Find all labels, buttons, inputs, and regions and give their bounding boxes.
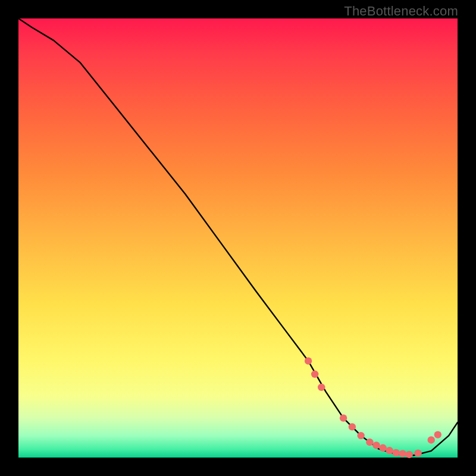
marker-dot	[392, 449, 399, 456]
marker-dot	[366, 439, 373, 446]
marker-dot	[386, 447, 393, 454]
curve-layer	[18, 18, 458, 458]
marker-dot	[434, 431, 441, 438]
stage: TheBottleneck.com	[0, 0, 476, 476]
marker-dot	[406, 451, 413, 458]
marker-dot	[311, 371, 318, 378]
marker-dot	[340, 414, 347, 421]
marker-dot	[379, 444, 386, 452]
marker-dot	[372, 441, 380, 449]
marker-dot	[399, 450, 406, 457]
marker-dots	[305, 357, 441, 458]
marker-dot	[414, 449, 421, 456]
marker-dot	[428, 436, 435, 443]
marker-dot	[318, 384, 325, 391]
plot-area	[18, 18, 458, 458]
marker-dot	[305, 357, 312, 364]
bottleneck-curve	[18, 18, 458, 455]
attribution-text: TheBottleneck.com	[344, 4, 458, 19]
marker-dot	[349, 423, 356, 430]
marker-dot	[357, 432, 364, 439]
